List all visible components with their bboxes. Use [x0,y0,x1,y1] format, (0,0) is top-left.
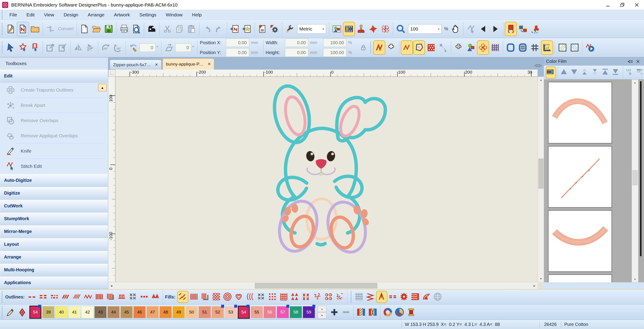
ruler-origin-box[interactable] [108,69,116,77]
sidebar-item-remove-appliqu-overlaps[interactable]: Remove Appliqué Overlaps [0,128,108,143]
show-background-button[interactable] [331,22,343,36]
polygon-select-button[interactable] [17,40,29,55]
palette-scroll-spinner[interactable]: ▲▼ [318,306,326,319]
write-to-machine-button[interactable] [146,22,158,36]
palette-swatch-44[interactable]: 44 [108,306,120,318]
print-button[interactable] [118,22,130,36]
toolbox-section-applications[interactable]: Applications [0,276,108,289]
color-wheel-donut-button[interactable] [382,306,394,319]
morphing-button[interactable] [367,22,379,36]
toolbox-section-stumpwork[interactable]: StumpWork [0,212,108,225]
height-percent-field[interactable]: 100.00 [323,48,346,57]
select-object-button[interactable] [5,40,17,55]
embroidery-canvas-button[interactable] [17,22,29,36]
outline-satin-button[interactable] [94,291,105,303]
convert-arrows-button[interactable] [44,22,56,36]
closed-object-button[interactable] [413,40,425,55]
open-object-a-button[interactable] [376,291,387,303]
mirror-vertical-button[interactable] [84,40,96,55]
tab-scroll-right-icon[interactable]: ▷ [539,63,542,68]
design-properties-button[interactable] [256,22,268,36]
vertical-scroll-thumb[interactable] [538,159,544,189]
fill-candlewicking-button[interactable] [290,291,301,303]
fill-cross-pattern-button[interactable] [301,291,312,303]
show-hoop-button[interactable] [504,40,517,55]
outline-sculpture-button[interactable] [49,291,60,303]
menu-arrange[interactable]: Arrange [83,10,109,20]
minimize-button[interactable] [601,0,615,10]
cf-down-one-button[interactable] [590,66,601,78]
mirror-horizontal-button[interactable] [72,40,84,55]
outline-raised-satin-button[interactable] [105,291,116,303]
color-film-scrollbar[interactable]: ▲▼ [632,79,638,282]
scroll-left-icon[interactable]: ◄ [108,282,114,289]
toolbox-section-edit[interactable]: Edit [0,69,108,82]
sidebar-item-create-trapunto-outlines[interactable]: Create Trapunto Outlines [0,82,108,98]
globe-effect-button[interactable] [432,291,444,303]
palette-swatch-52[interactable]: 52 [212,306,224,318]
stitch-block-teal-shape[interactable] [548,274,612,282]
wave-fill-button[interactable] [410,291,421,303]
palette-swatch-59[interactable]: 59 [303,306,315,318]
reshape-button[interactable] [29,40,41,55]
palette-swatch-40[interactable]: 40 [56,306,67,318]
height-field[interactable]: 0.00 [285,48,308,57]
palette-swatch-51[interactable]: 51 [199,306,210,318]
flower-tool-button[interactable] [453,40,465,55]
palette-swatch-42[interactable]: 42 [82,306,94,318]
show-rulers-button[interactable] [541,40,553,55]
position-x-field[interactable]: 0.00 [226,38,249,47]
scroll-up-icon[interactable]: ▲ [632,80,638,85]
document-tab-2[interactable]: bunny-applique-PAB-ACM-6x10✕ [162,58,214,69]
fill-lattice-button[interactable] [211,291,222,303]
cf-to-bottom-button[interactable] [611,66,621,78]
stitch-select-button[interactable] [465,22,477,36]
menu-settings[interactable]: Settings [134,10,161,20]
auto-start-end-button[interactable] [268,22,280,36]
hatch-background-button[interactable] [556,40,568,55]
wave-flourish-button[interactable] [421,291,432,303]
save-design-button[interactable] [102,22,115,36]
fill-stipple-loop-button[interactable] [312,291,323,303]
outline-blanket-button[interactable] [116,291,128,303]
close-tab-icon[interactable]: ✕ [155,62,158,67]
palette-swatch-43[interactable]: 43 [94,306,106,318]
outline-triple-button[interactable] [38,291,49,303]
current-fill-diamond-button[interactable] [16,306,28,319]
insert-embroidery-button[interactable] [228,22,241,36]
thread-spool-button[interactable] [405,306,417,319]
new-design-button[interactable] [78,22,90,36]
cf-list-view-button[interactable] [635,66,644,78]
copy-button[interactable] [173,22,186,36]
palette-swatch-48[interactable]: 48 [160,306,172,318]
show-color-film-button[interactable] [343,22,355,36]
artwork-canvas-button[interactable] [5,22,17,36]
fill-satin-button[interactable] [188,291,200,303]
scale-up-button[interactable] [44,40,56,55]
double-run-button[interactable] [387,291,398,303]
sidebar-item-remove-overlaps[interactable]: Remove Overlaps [0,113,108,128]
menu-help[interactable]: Help [187,10,206,20]
rotate-free-button[interactable] [127,40,140,55]
measurement-units-combo[interactable]: Metric▾ [297,24,326,34]
cycle-colors-a-button[interactable] [355,306,367,319]
bunny-applique-design[interactable] [260,77,391,257]
next-object-button[interactable] [489,22,502,36]
open-design-button[interactable] [90,22,102,36]
single-stitch-button[interactable] [373,40,385,55]
previous-object-button[interactable] [477,22,489,36]
lock-proportions-button[interactable] [358,41,368,54]
outline-stemstitch-button[interactable] [72,291,83,303]
insert-artwork-button[interactable] [241,22,253,36]
cf-to-top-button[interactable] [601,66,611,78]
cf-film-button[interactable] [546,66,556,78]
cf-up-one-button[interactable] [580,66,590,78]
fill-contour-button[interactable] [244,291,256,303]
close-tab-icon[interactable]: ✕ [208,62,211,66]
fill-stipple-circle-button[interactable] [323,291,334,303]
cut-button[interactable] [161,22,173,36]
maximize-button[interactable] [615,0,630,10]
palette-swatch-54[interactable]: 54 [238,306,250,319]
pan-hand-button[interactable] [450,22,462,36]
toolbox-section-auto-digitize[interactable]: Auto-Digitize [0,174,108,187]
